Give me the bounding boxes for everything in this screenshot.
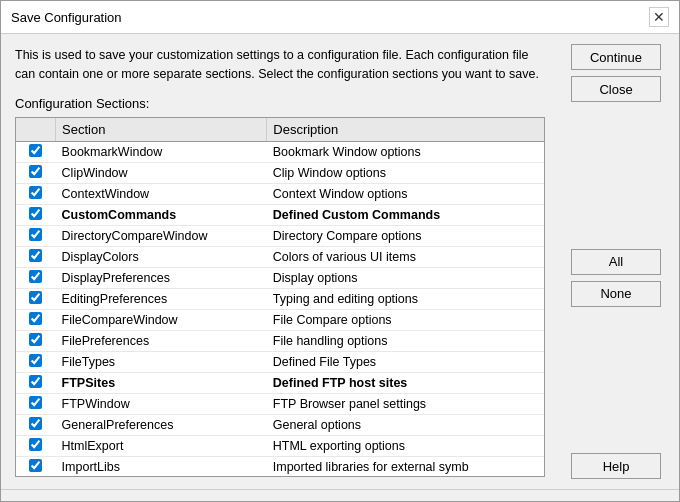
row-checkbox-cell[interactable] <box>16 330 56 351</box>
row-section: ContextWindow <box>56 183 267 204</box>
row-section: EditingPreferences <box>56 288 267 309</box>
table-row: ContextWindowContext Window options <box>16 183 544 204</box>
section-label: Configuration Sections: <box>15 96 545 111</box>
row-section: CustomCommands <box>56 204 267 225</box>
row-section: DisplayColors <box>56 246 267 267</box>
row-checkbox-cell[interactable] <box>16 435 56 456</box>
row-section: FileCompareWindow <box>56 309 267 330</box>
row-description: General options <box>267 414 544 435</box>
button-spacer-2 <box>571 313 667 448</box>
row-section: DisplayPreferences <box>56 267 267 288</box>
title-close-button[interactable]: ✕ <box>649 7 669 27</box>
row-checkbox[interactable] <box>29 312 42 325</box>
row-checkbox[interactable] <box>29 270 42 283</box>
row-description: Directory Compare options <box>267 225 544 246</box>
row-checkbox-cell[interactable] <box>16 393 56 414</box>
row-checkbox[interactable] <box>29 186 42 199</box>
dialog-body: This is used to save your customization … <box>1 34 679 489</box>
row-section: ClipWindow <box>56 162 267 183</box>
row-checkbox[interactable] <box>29 417 42 430</box>
table-row: DirectoryCompareWindowDirectory Compare … <box>16 225 544 246</box>
row-section: FTPWindow <box>56 393 267 414</box>
button-spacer <box>571 108 667 243</box>
row-checkbox-cell[interactable] <box>16 372 56 393</box>
row-checkbox-cell[interactable] <box>16 183 56 204</box>
row-checkbox-cell[interactable] <box>16 414 56 435</box>
row-checkbox-cell[interactable] <box>16 456 56 477</box>
title-bar: Save Configuration ✕ <box>1 1 679 34</box>
table-row: DisplayPreferencesDisplay options <box>16 267 544 288</box>
table-row: FTPSitesDefined FTP host sites <box>16 372 544 393</box>
config-table: Section Description BookmarkWindowBookma… <box>16 118 544 478</box>
row-section: GeneralPreferences <box>56 414 267 435</box>
row-description: Colors of various UI items <box>267 246 544 267</box>
row-checkbox[interactable] <box>29 354 42 367</box>
row-description: Typing and editing options <box>267 288 544 309</box>
row-checkbox[interactable] <box>29 249 42 262</box>
table-container[interactable]: Section Description BookmarkWindowBookma… <box>15 117 545 478</box>
all-button[interactable]: All <box>571 249 661 275</box>
row-checkbox[interactable] <box>29 165 42 178</box>
table-row: EditingPreferencesTyping and editing opt… <box>16 288 544 309</box>
row-section: HtmlExport <box>56 435 267 456</box>
none-button[interactable]: None <box>571 281 661 307</box>
row-checkbox-cell[interactable] <box>16 288 56 309</box>
row-checkbox-cell[interactable] <box>16 225 56 246</box>
right-panel: Continue Close All None Help <box>559 34 679 489</box>
col-section: Section <box>56 118 267 142</box>
row-section: FilePreferences <box>56 330 267 351</box>
row-description: Clip Window options <box>267 162 544 183</box>
row-checkbox[interactable] <box>29 333 42 346</box>
table-row: GeneralPreferencesGeneral options <box>16 414 544 435</box>
row-checkbox[interactable] <box>29 228 42 241</box>
row-description: FTP Browser panel settings <box>267 393 544 414</box>
row-description: File Compare options <box>267 309 544 330</box>
row-checkbox-cell[interactable] <box>16 162 56 183</box>
row-checkbox-cell[interactable] <box>16 309 56 330</box>
table-row: CustomCommandsDefined Custom Commands <box>16 204 544 225</box>
row-section: FTPSites <box>56 372 267 393</box>
row-checkbox[interactable] <box>29 144 42 157</box>
row-description: File handling options <box>267 330 544 351</box>
continue-button[interactable]: Continue <box>571 44 661 70</box>
save-configuration-dialog: Save Configuration ✕ This is used to sav… <box>0 0 680 502</box>
row-checkbox[interactable] <box>29 396 42 409</box>
row-description: Defined FTP host sites <box>267 372 544 393</box>
row-description: HTML exporting options <box>267 435 544 456</box>
row-description: Imported libraries for external symb <box>267 456 544 477</box>
row-description: Defined Custom Commands <box>267 204 544 225</box>
row-description: Bookmark Window options <box>267 141 544 162</box>
row-section: FileTypes <box>56 351 267 372</box>
table-row: BookmarkWindowBookmark Window options <box>16 141 544 162</box>
table-row: FileCompareWindowFile Compare options <box>16 309 544 330</box>
row-checkbox-cell[interactable] <box>16 246 56 267</box>
description-text: This is used to save your customization … <box>15 46 545 84</box>
row-checkbox[interactable] <box>29 438 42 451</box>
row-section: DirectoryCompareWindow <box>56 225 267 246</box>
bottom-bar <box>1 489 679 501</box>
table-row: ImportLibsImported libraries for externa… <box>16 456 544 477</box>
table-row: FTPWindowFTP Browser panel settings <box>16 393 544 414</box>
row-checkbox-cell[interactable] <box>16 204 56 225</box>
col-description: Description <box>267 118 544 142</box>
row-description: Defined File Types <box>267 351 544 372</box>
help-button[interactable]: Help <box>571 453 661 479</box>
row-section: ImportLibs <box>56 456 267 477</box>
close-button[interactable]: Close <box>571 76 661 102</box>
row-description: Display options <box>267 267 544 288</box>
row-checkbox-cell[interactable] <box>16 351 56 372</box>
row-checkbox[interactable] <box>29 459 42 472</box>
row-section: BookmarkWindow <box>56 141 267 162</box>
row-checkbox[interactable] <box>29 291 42 304</box>
row-checkbox[interactable] <box>29 375 42 388</box>
row-checkbox[interactable] <box>29 207 42 220</box>
col-check <box>16 118 56 142</box>
row-description: Context Window options <box>267 183 544 204</box>
table-row: HtmlExportHTML exporting options <box>16 435 544 456</box>
dialog-title: Save Configuration <box>11 10 122 25</box>
table-header-row: Section Description <box>16 118 544 142</box>
row-checkbox-cell[interactable] <box>16 141 56 162</box>
table-body: BookmarkWindowBookmark Window optionsCli… <box>16 141 544 477</box>
table-row: FilePreferencesFile handling options <box>16 330 544 351</box>
row-checkbox-cell[interactable] <box>16 267 56 288</box>
